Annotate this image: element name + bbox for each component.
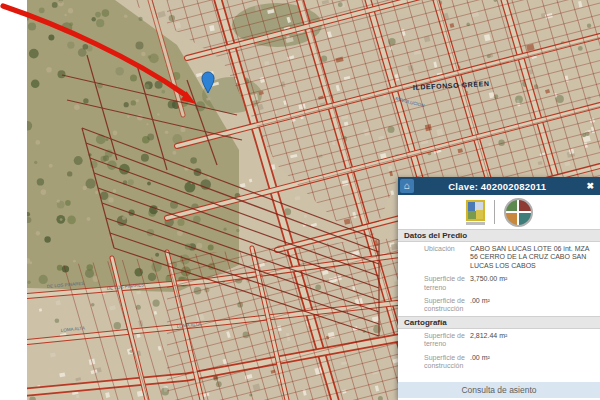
logo-divider	[494, 200, 495, 224]
section-cartografia-header: Cartografía	[398, 316, 600, 329]
field-superficie-terreno: Superficie de terreno 3,750.00 m²	[398, 272, 600, 294]
field-label: Superficie de terreno	[424, 275, 470, 292]
field-value: .00 m²	[470, 297, 594, 314]
emblem-caption	[466, 222, 485, 225]
field-carto-terreno: Superficie de terreno 2,812.44 m²	[398, 329, 600, 351]
info-panel: ⌂ Clave: 402002082011 ✖ Datos del Predio…	[398, 177, 600, 400]
field-label: Superficie de construcción	[424, 297, 470, 314]
field-carto-construccion: Superficie de construcción .00 m²	[398, 351, 600, 373]
logos-row	[398, 195, 600, 229]
close-icon[interactable]: ✖	[580, 181, 600, 191]
municipal-emblem-logo	[466, 200, 485, 225]
field-value: .00 m²	[470, 354, 594, 371]
consulta-asiento-button[interactable]: Consulta de asiento	[398, 382, 600, 398]
emblem-icon	[466, 200, 485, 221]
home-icon[interactable]: ⌂	[400, 179, 414, 193]
municipal-seal-logo	[504, 198, 533, 227]
field-label: Superficie de construcción	[424, 354, 470, 371]
field-value: CABO SAN LUCAS LOTE 06 int. MZA 56 CERRO…	[470, 245, 594, 270]
panel-header: ⌂ Clave: 402002082011 ✖	[398, 177, 600, 195]
field-superficie-construccion: Superficie de construcción .00 m²	[398, 294, 600, 316]
app-window: ILDEFONSO GREEN DE LOS PINARES DE LOS PI…	[0, 0, 600, 400]
field-label: Ubicación	[424, 245, 470, 270]
field-value: 3,750.00 m²	[470, 275, 594, 292]
field-label: Superficie de terreno	[424, 332, 470, 349]
field-value: 2,812.44 m²	[470, 332, 594, 349]
panel-title: Clave: 402002082011	[414, 181, 580, 192]
section-datos-header: Datos del Predio	[398, 229, 600, 242]
field-ubicacion: Ubicación CABO SAN LUCAS LOTE 06 int. MZ…	[398, 242, 600, 272]
